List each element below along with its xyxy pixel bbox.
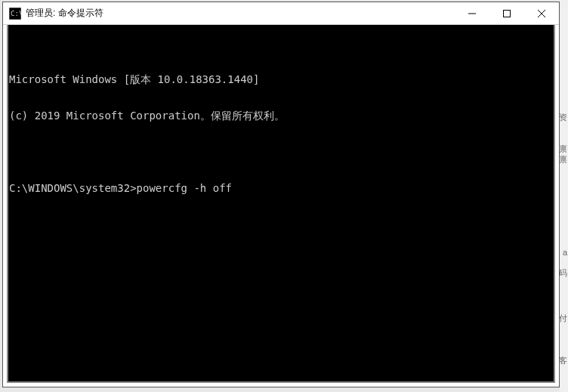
window-controls xyxy=(455,2,559,24)
close-button[interactable] xyxy=(524,2,559,24)
desktop-text-fragment: 禀 xyxy=(560,144,567,155)
terminal-line xyxy=(9,218,554,230)
terminal-area[interactable]: Microsoft Windows [版本 10.0.18363.1440] (… xyxy=(7,25,555,383)
desktop-text-fragment: 付 xyxy=(560,313,567,324)
terminal-line xyxy=(9,146,554,158)
maximize-button[interactable] xyxy=(489,2,524,24)
desktop-text-fragment: 客 xyxy=(560,355,567,366)
cmd-window: C:\ 管理员: 命令提示符 Mi xyxy=(2,2,560,387)
terminal-line: C:\WINDOWS\system32>powercfg -h off xyxy=(9,182,554,194)
terminal-content: Microsoft Windows [版本 10.0.18363.1440] (… xyxy=(8,49,554,255)
minimize-button[interactable] xyxy=(455,2,489,24)
desktop-text-fragment: a xyxy=(563,248,567,257)
desktop-text-fragment: 禀 xyxy=(560,154,567,165)
titlebar[interactable]: C:\ 管理员: 命令提示符 xyxy=(3,2,559,25)
desktop-text-fragment: 资 xyxy=(560,112,567,123)
minimize-icon xyxy=(468,10,476,17)
desktop-edge: 资 禀 禀 a 码 付 客 xyxy=(560,0,568,392)
svg-text:C:\: C:\ xyxy=(11,10,21,17)
terminal-line: Microsoft Windows [版本 10.0.18363.1440] xyxy=(9,73,554,85)
svg-rect-3 xyxy=(504,10,511,17)
cmd-icon: C:\ xyxy=(9,8,21,20)
close-icon xyxy=(538,10,545,17)
window-title: 管理员: 命令提示符 xyxy=(26,7,455,20)
maximize-icon xyxy=(503,10,511,17)
terminal-line: (c) 2019 Microsoft Corporation。保留所有权利。 xyxy=(9,110,554,122)
desktop-text-fragment: 码 xyxy=(560,267,567,279)
